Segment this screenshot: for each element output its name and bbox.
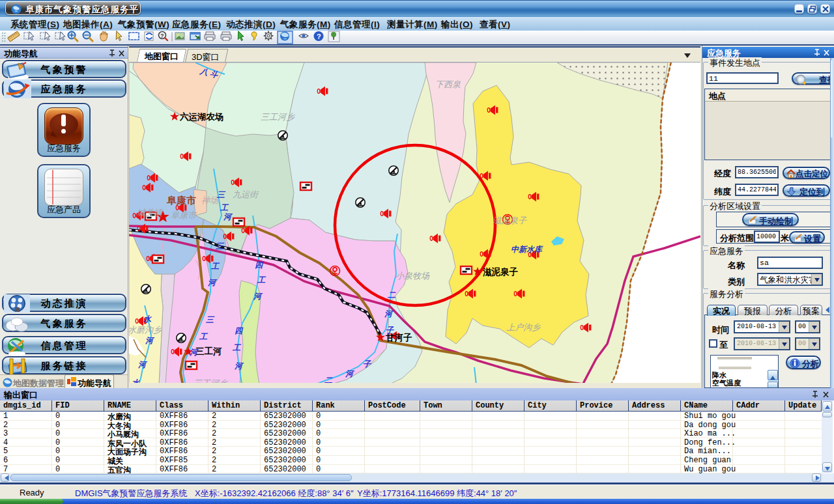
svg-text:?: ?: [317, 33, 321, 40]
svg-text:四: 四: [255, 260, 264, 270]
svg-text:?: ?: [160, 33, 164, 39]
svg-text:阜康市: 阜康市: [166, 195, 196, 206]
svg-text:工: 工: [210, 262, 220, 271]
svg-text:上户沟乡: 上户沟乡: [506, 322, 541, 332]
svg-text:三: 三: [216, 190, 226, 199]
svg-text:阜康市: 阜康市: [171, 210, 197, 220]
svg-text:四: 四: [235, 326, 244, 335]
svg-text:城关镇: 城关镇: [137, 208, 164, 217]
svg-text:子: 子: [386, 326, 394, 335]
svg-text:工: 工: [220, 203, 229, 212]
svg-text:子: 子: [363, 359, 371, 369]
svg-text:中新水库: 中新水库: [511, 245, 543, 254]
svg-text:工: 工: [199, 332, 208, 341]
svg-text:水: 水: [143, 315, 152, 324]
svg-text:二: 二: [387, 290, 396, 300]
svg-text:三工河: 三工河: [195, 346, 222, 356]
svg-text:工: 工: [257, 275, 266, 285]
svg-text:二: 二: [324, 376, 333, 383]
svg-text:小泉牧场: 小泉牧场: [395, 271, 430, 281]
svg-text:水磨沟乡: 水磨沟乡: [129, 325, 162, 335]
svg-text:水: 水: [131, 378, 140, 383]
svg-text:九运街: 九运街: [233, 189, 259, 199]
svg-text:神场: 神场: [201, 195, 219, 205]
svg-text:下西泉: 下西泉: [435, 79, 461, 89]
svg-text:三: 三: [215, 242, 225, 251]
svg-text:三: 三: [205, 315, 215, 324]
svg-text:工: 工: [232, 343, 242, 352]
svg-text:滋泥泉子: 滋泥泉子: [493, 216, 527, 225]
svg-text:三工河乡: 三工河乡: [194, 378, 228, 383]
svg-text:滋泥泉子: 滋泥泉子: [482, 267, 519, 277]
svg-text:六运湖农场: 六运湖农场: [179, 112, 224, 122]
svg-text:三工河乡: 三工河乡: [261, 112, 295, 122]
